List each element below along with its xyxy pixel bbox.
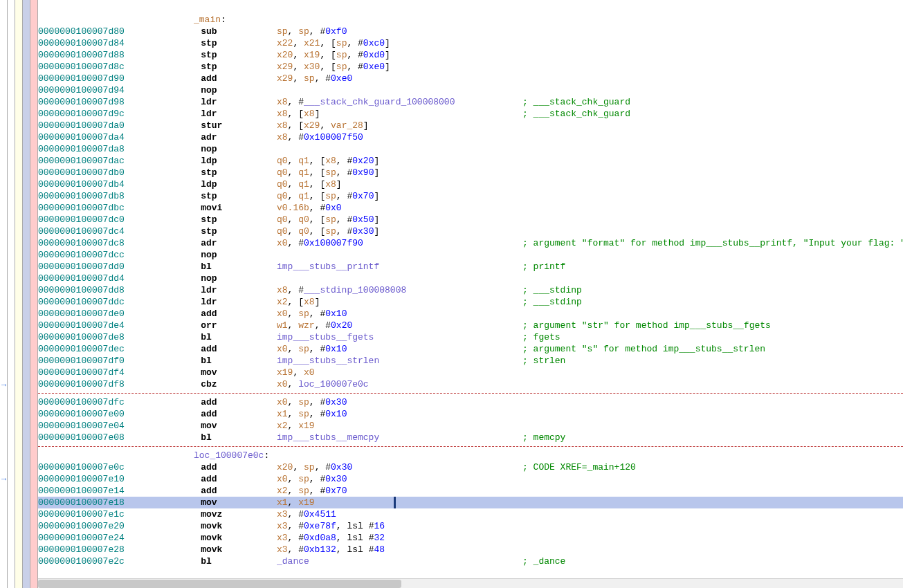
punct: , — [320, 120, 331, 131]
mnemonic: mov — [201, 367, 217, 378]
symbol-ref: imp___stubs__memcpy — [277, 432, 379, 443]
mnemonic: movz — [201, 509, 222, 520]
instruction-line[interactable]: 0000000100007d9c ldrx8, [x8]; ___stack_c… — [38, 108, 903, 120]
instruction-line[interactable]: 0000000100007dd0 blimp___stubs__printf; … — [38, 261, 903, 273]
instruction-line[interactable]: 0000000100007d98 ldrx8, #___stack_chk_gu… — [38, 96, 903, 108]
punct: , — [288, 214, 299, 225]
address: 0000000100007dbc — [38, 202, 152, 214]
register: x29 — [304, 120, 320, 131]
instruction-line[interactable]: 0000000100007e2c bl_dance; _dance — [38, 555, 903, 567]
punct: , — [288, 167, 299, 178]
instruction-line[interactable]: 0000000100007de4 orrw1, wzr, #0x20; argu… — [38, 320, 903, 331]
address: 0000000100007d84 — [38, 37, 152, 49]
instruction-line[interactable]: 0000000100007e18 movx1, x19 — [38, 497, 903, 508]
register: sp — [298, 474, 309, 484]
instruction-line[interactable]: 0000000100007dc8 adrx0, #0x100007f90; ar… — [38, 237, 903, 249]
punct: , # — [336, 226, 352, 237]
instruction-line[interactable]: 0000000100007e24 movkx3, #0xd0a8, lsl #3… — [38, 532, 903, 544]
instruction-line[interactable]: 0000000100007d80 subsp, sp, #0xf0 — [38, 26, 903, 37]
symbol-ref: ___stdinp_100008008 — [304, 285, 406, 295]
instruction-line[interactable]: 0000000100007da0 sturx8, [x29, var_28] — [38, 120, 903, 131]
instruction-line[interactable]: 0000000100007de8 blimp___stubs__fgets; f… — [38, 331, 903, 343]
address: 0000000100007da0 — [38, 120, 152, 131]
immediate: 0x30 — [331, 462, 352, 472]
instruction-line[interactable]: 0000000100007db0 stpq0, q1, [sp, #0x90] — [38, 167, 903, 178]
instruction-line[interactable]: 0000000100007d88 stpx20, x19, [sp, #0xd0… — [38, 49, 903, 61]
register: x20 — [277, 50, 293, 60]
instruction-line[interactable]: 0000000100007df4 movx19, x0 — [38, 367, 903, 378]
instruction-line[interactable]: 0000000100007db4 ldpq0, q1, [x8] — [38, 178, 903, 190]
comment: ; CODE XREF=_main+120 — [522, 461, 636, 473]
register: sp — [325, 226, 336, 237]
punct: , [ — [320, 62, 336, 72]
instruction-line[interactable]: 0000000100007df8 cbzx0, loc_100007e0c — [38, 378, 903, 390]
mnemonic: bl — [201, 556, 212, 567]
immediate: 0x10 — [325, 409, 347, 419]
operands: x0, sp, #0x10 — [277, 343, 347, 355]
instruction-line[interactable]: 0000000100007dec addx0, sp, #0x10; argum… — [38, 343, 903, 355]
instruction-line[interactable]: 0000000100007e0c addx20, sp, #0x30; CODE… — [38, 461, 903, 473]
punct: , — [288, 497, 299, 508]
instruction-line[interactable]: 0000000100007dd8 ldrx8, #___stdinp_10000… — [38, 284, 903, 296]
punct: , — [288, 309, 299, 319]
instruction-line[interactable]: 0000000100007e04 movx2, x19 — [38, 420, 903, 432]
instruction-line[interactable]: 0000000100007dac ldpq0, q1, [x8, #0x20] — [38, 155, 903, 167]
instruction-line[interactable]: 0000000100007e10 addx0, sp, #0x30 — [38, 473, 903, 485]
operands: q0, q1, [sp, #0x90] — [277, 167, 379, 178]
mnemonic: bl — [201, 356, 212, 366]
register: sp — [336, 50, 347, 60]
punct: , [ — [320, 38, 336, 48]
instruction-line[interactable]: 0000000100007d90 addx29, sp, #0xe0 — [38, 73, 903, 84]
instruction-line[interactable]: 0000000100007d84 stpx22, x21, [sp, #0xc0… — [38, 37, 903, 49]
instruction-line[interactable]: 0000000100007dc0 stpq0, q0, [sp, #0x50] — [38, 214, 903, 226]
instruction-line[interactable]: 0000000100007e1c movzx3, #0x4511 — [38, 508, 903, 520]
instruction-line[interactable]: 0000000100007e00 addx1, sp, #0x10 — [38, 408, 903, 420]
address: 0000000100007df8 — [38, 378, 152, 390]
address: 0000000100007e18 — [38, 497, 152, 508]
punct: ] — [315, 109, 320, 119]
instruction-line[interactable]: 0000000100007ddc ldrx2, [x8]; ___stdinp — [38, 296, 903, 308]
mnemonic: mov — [201, 497, 217, 508]
instruction-line[interactable]: 0000000100007df0 blimp___stubs__strlen; … — [38, 355, 903, 367]
instruction-line[interactable]: 0000000100007db8 stpq0, q1, [sp, #0x70] — [38, 190, 903, 202]
comment: ; _dance — [522, 555, 565, 567]
punct: , # — [288, 238, 304, 248]
instruction-line[interactable]: 0000000100007dd4 nop — [38, 273, 903, 284]
mnemonic: add — [201, 486, 217, 496]
comment: ; fgets — [522, 331, 560, 343]
gutter: → → — [0, 0, 38, 588]
label-line[interactable]: loc_100007e0c: — [38, 450, 903, 461]
disassembly-listing[interactable]: _main:0000000100007d80 subsp, sp, #0xf00… — [38, 0, 903, 588]
punct: , — [288, 320, 299, 331]
instruction-line[interactable]: 0000000100007e14 addx2, sp, #0x70 — [38, 485, 903, 497]
mnemonic: stp — [201, 62, 217, 72]
punct: , # — [288, 97, 304, 107]
instruction-line[interactable]: 0000000100007e20 movkx3, #0xe78f, lsl #1… — [38, 520, 903, 532]
address: 0000000100007db0 — [38, 167, 152, 178]
comment: ; argument "s" for method imp___stubs__s… — [522, 343, 765, 355]
punct: , # — [309, 474, 325, 484]
instruction-line[interactable]: 0000000100007dcc nop — [38, 249, 903, 261]
instruction-line[interactable]: 0000000100007dbc moviv0.16b, #0x0 — [38, 202, 903, 214]
address: 0000000100007e20 — [38, 520, 152, 532]
mnemonic: bl — [201, 261, 212, 272]
instruction-line[interactable]: 0000000100007d94 nop — [38, 84, 903, 96]
punct: , # — [336, 214, 352, 225]
register: x21 — [304, 38, 320, 48]
instruction-line[interactable]: 0000000100007e28 movkx3, #0xb132, lsl #4… — [38, 544, 903, 555]
punct: , # — [288, 521, 304, 531]
instruction-line[interactable]: 0000000100007dfc addx0, sp, #0x30 — [38, 396, 903, 408]
register: x19 — [298, 497, 314, 508]
punct: , # — [309, 26, 325, 37]
horizontal-scrollbar[interactable] — [38, 578, 903, 588]
instruction-line[interactable]: 0000000100007de0 addx0, sp, #0x10 — [38, 308, 903, 320]
instruction-line[interactable]: 0000000100007e08 blimp___stubs__memcpy; … — [38, 432, 903, 443]
instruction-line[interactable]: 0000000100007da8 nop — [38, 143, 903, 155]
register: x0 — [277, 379, 288, 389]
instruction-line[interactable]: 0000000100007d8c stpx29, x30, [sp, #0xe0… — [38, 61, 903, 73]
scrollbar-thumb[interactable] — [38, 580, 401, 588]
address: 0000000100007d9c — [38, 108, 152, 120]
instruction-line[interactable]: 0000000100007dc4 stpq0, q0, [sp, #0x30] — [38, 226, 903, 237]
punct: , — [288, 474, 299, 484]
instruction-line[interactable]: 0000000100007da4 adrx8, #0x100007f50 — [38, 131, 903, 143]
